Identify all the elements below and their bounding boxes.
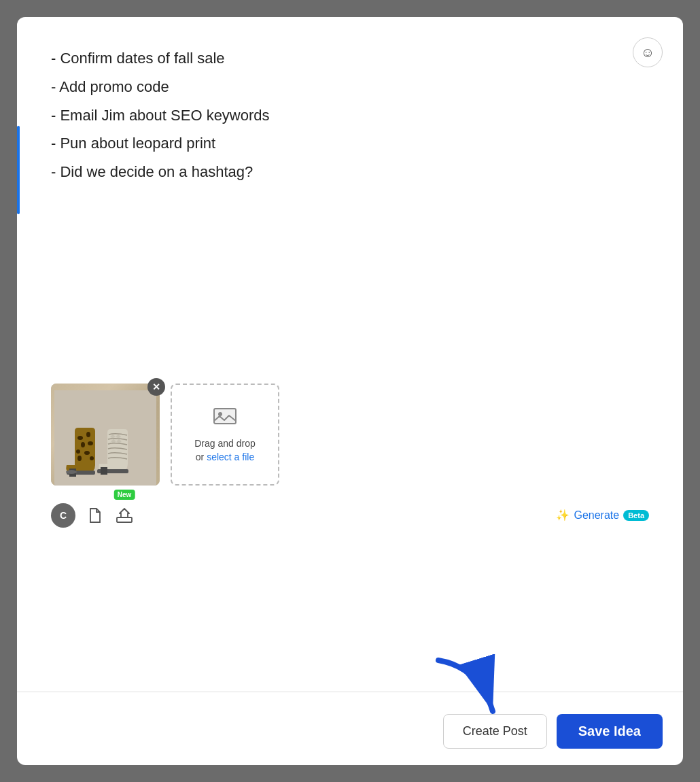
new-badge-label: New — [114, 490, 135, 500]
drop-zone-text: Drag and drop or select a file — [194, 437, 256, 464]
svg-point-8 — [90, 456, 94, 460]
boots-image — [51, 384, 160, 486]
c-button[interactable]: C — [51, 503, 75, 528]
emoji-icon: ☺ — [641, 45, 654, 61]
save-idea-button[interactable]: Save Idea — [557, 714, 663, 749]
svg-point-7 — [77, 456, 82, 461]
file-icon — [88, 507, 101, 524]
svg-point-3 — [81, 442, 85, 447]
svg-rect-14 — [214, 409, 236, 424]
text-line-5: - Did we decide on a hashtag? — [51, 158, 649, 186]
media-section: ✕ Drag and drop or select a file — [51, 384, 649, 486]
svg-rect-16 — [117, 517, 132, 522]
svg-point-15 — [218, 412, 222, 416]
svg-point-11 — [66, 470, 77, 474]
spacer — [51, 200, 649, 377]
modal-footer: Create Post Save Idea — [17, 703, 683, 765]
upload-icon — [116, 508, 133, 523]
generate-label: Generate — [574, 509, 619, 522]
text-line-4: - Pun about leopard print — [51, 129, 649, 158]
beta-badge: Beta — [623, 510, 649, 521]
text-line-3: - Email Jim about SEO keywords — [51, 101, 649, 130]
create-post-button[interactable]: Create Post — [443, 714, 547, 749]
drop-text-line2: or — [196, 452, 207, 462]
text-line-2: - Add promo code — [51, 73, 649, 101]
drop-zone[interactable]: Drag and drop or select a file — [171, 384, 279, 486]
svg-point-6 — [84, 451, 90, 455]
wand-icon: ✨ — [556, 509, 570, 522]
boots-illustration — [54, 390, 156, 486]
upload-button[interactable] — [113, 505, 135, 526]
svg-point-4 — [88, 441, 93, 445]
footer-divider — [17, 692, 683, 692]
svg-point-2 — [86, 432, 90, 437]
remove-image-button[interactable]: ✕ — [147, 378, 165, 396]
text-line-1: - Confirm dates of fall sale — [51, 44, 649, 73]
svg-rect-13 — [101, 467, 107, 475]
select-file-link[interactable]: select a file — [207, 452, 254, 462]
image-preview-inner — [51, 384, 160, 486]
svg-point-5 — [76, 449, 80, 454]
new-badge-container: New — [113, 505, 135, 526]
svg-point-1 — [77, 436, 83, 440]
toolbar: C New ✨ Generate Be — [51, 496, 649, 534]
generate-button[interactable]: ✨ Generate Beta — [556, 509, 649, 522]
modal: ☺ - Confirm dates of fall sale - Add pro… — [17, 17, 683, 765]
left-accent — [17, 126, 20, 214]
image-upload-icon — [213, 405, 237, 432]
file-button[interactable] — [84, 505, 105, 526]
emoji-button[interactable]: ☺ — [633, 37, 663, 67]
modal-body: ☺ - Confirm dates of fall sale - Add pro… — [17, 17, 683, 692]
text-content: - Confirm dates of fall sale - Add promo… — [51, 44, 649, 186]
drop-text-line1: Drag and drop — [194, 438, 256, 449]
image-preview: ✕ — [51, 384, 160, 486]
